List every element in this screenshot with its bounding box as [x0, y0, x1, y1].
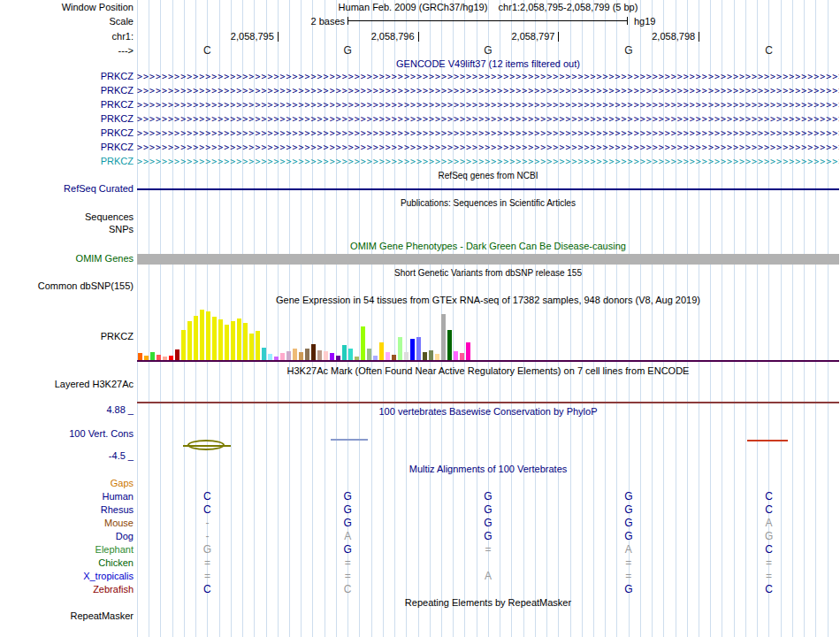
align-row[interactable]: -AGGG [137, 530, 839, 542]
gene-label[interactable]: PRKCZ [0, 142, 134, 152]
gtex-bar[interactable] [218, 319, 223, 360]
species-label[interactable]: X_tropicalis [0, 571, 134, 581]
gtex-bar[interactable] [398, 337, 402, 360]
gtex-bar[interactable] [311, 344, 316, 360]
dbsnp-title: Short Genetic Variants from dbSNP releas… [137, 268, 839, 278]
align-row[interactable]: ==== [137, 556, 839, 569]
gtex-bar[interactable] [324, 351, 328, 360]
gene-row[interactable]: >>>>>>>>>>>>>>>>>>>>>>>>>>>>>>>>>>>>>>>>… [137, 128, 839, 139]
gtex-bar[interactable] [187, 321, 192, 360]
gtex-bar[interactable] [305, 349, 309, 360]
gtex-bar[interactable] [225, 325, 229, 360]
repeatmasker-track-label[interactable]: RepeatMasker [0, 610, 134, 621]
gtex-bar[interactable] [286, 351, 291, 360]
gtex-bar[interactable] [330, 353, 334, 360]
align-row[interactable]: CGGGC [137, 503, 839, 516]
gtex-bar[interactable] [342, 345, 347, 360]
align-base: = [341, 556, 354, 569]
align-base: G [622, 503, 635, 516]
align-row[interactable]: GG=AC [137, 543, 839, 556]
gene-label[interactable]: PRKCZ [0, 99, 134, 110]
species-label[interactable]: Elephant [0, 544, 134, 555]
align-row[interactable]: -GGGA [137, 517, 839, 529]
gtex-bar[interactable] [237, 318, 241, 360]
align-base: A [763, 517, 775, 529]
omim-track-label[interactable]: OMIM Genes [0, 253, 134, 264]
phylop-track-label[interactable]: 100 Vert. Cons [0, 428, 134, 439]
species-label[interactable]: Mouse [0, 518, 134, 528]
gtex-bar[interactable] [256, 331, 260, 360]
gtex-bar[interactable] [386, 352, 390, 360]
gtex-bar[interactable] [249, 334, 254, 360]
header-title: Human Feb. 2009 (GRCh37/hg19) chr1:2,058… [137, 2, 839, 12]
gtex-bar[interactable] [317, 350, 322, 360]
species-label[interactable]: Rhesus [0, 504, 134, 515]
gene-label[interactable]: PRKCZ [0, 113, 134, 124]
omim-gene-bar[interactable] [137, 254, 839, 265]
species-label[interactable]: Zebrafish [0, 584, 134, 595]
species-label[interactable]: Chicken [0, 557, 134, 568]
gtex-bar[interactable] [293, 349, 297, 360]
gtex-bar[interactable] [435, 354, 439, 360]
species-label[interactable]: Human [0, 491, 134, 502]
base-letter: G [482, 44, 494, 57]
gene-row[interactable]: >>>>>>>>>>>>>>>>>>>>>>>>>>>>>>>>>>>>>>>>… [137, 157, 839, 167]
gtex-bar[interactable] [150, 352, 155, 360]
gtex-bar[interactable] [466, 342, 470, 360]
ruler-tick [558, 32, 559, 42]
gtex-bar[interactable] [379, 342, 384, 360]
species-label[interactable]: Dog [0, 531, 134, 541]
h3k27ac-track-label[interactable]: Layered H3K27Ac [0, 379, 134, 389]
gene-label[interactable]: PRKCZ [0, 127, 134, 138]
snps-track-label[interactable]: SNPs [0, 224, 134, 234]
gtex-bar[interactable] [441, 314, 446, 360]
ruler-tick-label: 2,058,797 [477, 31, 554, 42]
gtex-bar[interactable] [404, 352, 409, 360]
gtex-bar[interactable] [460, 353, 464, 360]
align-row[interactable]: ==A== [137, 570, 839, 582]
gtex-bar[interactable] [367, 349, 371, 360]
gtex-bar[interactable] [280, 353, 285, 360]
gene-label[interactable]: PRKCZ [0, 71, 134, 81]
gtex-bar[interactable] [361, 326, 365, 360]
gene-row[interactable]: >>>>>>>>>>>>>>>>>>>>>>>>>>>>>>>>>>>>>>>>… [137, 100, 839, 111]
gtex-bar[interactable] [200, 310, 204, 360]
gene-label[interactable]: PRKCZ [0, 156, 134, 166]
gtex-bar[interactable] [181, 330, 186, 360]
gaps-row-label[interactable]: Gaps [0, 478, 134, 488]
gtex-bar[interactable] [231, 321, 235, 360]
gene-row[interactable]: >>>>>>>>>>>>>>>>>>>>>>>>>>>>>>>>>>>>>>>>… [137, 86, 839, 96]
gtex-bar[interactable] [447, 330, 452, 360]
gtex-bar[interactable] [212, 317, 217, 360]
sequences-track-label[interactable]: Sequences [0, 211, 134, 222]
publications-title: Publications: Sequences in Scientific Ar… [137, 198, 839, 208]
refseq-gene-line[interactable] [137, 188, 839, 190]
gene-row[interactable]: >>>>>>>>>>>>>>>>>>>>>>>>>>>>>>>>>>>>>>>>… [137, 142, 839, 153]
align-row[interactable]: CGGGC [137, 490, 839, 503]
gene-row[interactable]: >>>>>>>>>>>>>>>>>>>>>>>>>>>>>>>>>>>>>>>>… [137, 114, 839, 125]
gtex-bar[interactable] [175, 349, 179, 360]
gtex-track-label[interactable]: PRKCZ [0, 331, 134, 342]
gtex-bar[interactable] [268, 354, 272, 360]
gtex-bar[interactable] [299, 352, 303, 360]
gtex-bar[interactable] [138, 353, 142, 360]
gtex-bar[interactable] [423, 352, 427, 360]
dbsnp-track-label[interactable]: Common dbSNP(155) [0, 280, 134, 291]
align-base: C [763, 583, 775, 595]
h3k27ac-baseline[interactable] [137, 402, 839, 403]
gtex-bar[interactable] [429, 350, 433, 360]
gtex-bar[interactable] [262, 348, 266, 360]
refseq-track-label[interactable]: RefSeq Curated [0, 183, 134, 194]
ruler-row[interactable]: 2,058,7952,058,7962,058,7972,058,798 [137, 31, 839, 43]
gtex-bar[interactable] [416, 337, 421, 360]
gtex-bar[interactable] [454, 351, 458, 360]
gene-label[interactable]: PRKCZ [0, 85, 134, 96]
gtex-bar[interactable] [206, 311, 210, 360]
gtex-bar[interactable] [410, 339, 415, 360]
gtex-bar[interactable] [348, 349, 353, 360]
gtex-bar[interactable] [194, 316, 198, 360]
gtex-bar[interactable] [243, 323, 248, 360]
align-row[interactable]: CCGC [137, 583, 839, 595]
gene-row[interactable]: >>>>>>>>>>>>>>>>>>>>>>>>>>>>>>>>>>>>>>>>… [137, 72, 839, 82]
gtex-baseline[interactable] [137, 360, 839, 362]
